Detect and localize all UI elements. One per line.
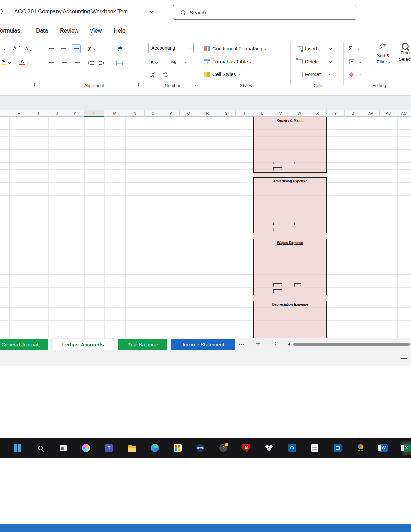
column-header-w[interactable]: W [290, 110, 309, 117]
format-dropdown-chevron[interactable] [329, 73, 332, 75]
align-right-button[interactable] [73, 58, 82, 67]
delete-cells-button[interactable]: Delete [297, 57, 319, 67]
increase-font-size-button[interactable]: A [13, 44, 20, 54]
column-header-l[interactable]: L [84, 110, 104, 117]
column-header-n[interactable]: N [125, 110, 145, 117]
cell-styles-button[interactable]: Cell Styles [204, 69, 240, 79]
m365-copilot-icon[interactable]: M365 [356, 441, 365, 455]
orientation-button[interactable]: ab [87, 44, 95, 54]
column-header-z[interactable]: Z [345, 110, 362, 117]
sheet-tab-trial-balance[interactable]: Trial Balance [118, 339, 167, 350]
column-header-ab[interactable]: AB [380, 110, 397, 117]
menu-help[interactable]: Help [114, 27, 125, 34]
file-explorer-icon[interactable] [127, 441, 137, 455]
more-sheets-button[interactable]: ••• [239, 342, 245, 347]
t-account-depreciation-expense[interactable]: Depreciation Expense$ -$ -$ - [253, 301, 327, 338]
highlight-color-button[interactable]: ✎ [1, 57, 10, 67]
horizontal-scrollbar[interactable] [292, 343, 411, 346]
insert-cells-button[interactable]: Insert [297, 44, 317, 54]
column-header-k[interactable]: K [66, 110, 84, 117]
fill-button[interactable] [349, 57, 361, 67]
column-header-t[interactable]: T [236, 110, 253, 117]
percent-style-button[interactable]: % [171, 57, 176, 67]
font-dialog-launcher[interactable] [34, 83, 38, 86]
column-header-x[interactable]: X [309, 110, 327, 117]
column-header-y[interactable]: Y [327, 110, 345, 117]
font-size-dropdown[interactable] [0, 44, 8, 54]
middle-align-button[interactable] [59, 44, 68, 53]
new-sheet-button[interactable]: + [256, 339, 260, 348]
outlook-icon[interactable]: O [287, 441, 297, 455]
t-account-repairs-maint[interactable]: Repairs & Maint.$ -$ -$ - [253, 117, 327, 173]
delete-dropdown-chevron[interactable] [329, 60, 332, 63]
column-header-aa[interactable]: AA [362, 110, 380, 117]
font-color-button[interactable]: A [19, 57, 29, 67]
menu-view[interactable]: View [90, 27, 102, 34]
excel-icon[interactable]: X [402, 441, 411, 455]
scrollbar-thumb[interactable] [293, 343, 410, 346]
number-format-dropdown[interactable]: Accounting [148, 43, 194, 53]
start-icon[interactable] [13, 441, 22, 455]
task-view-icon[interactable] [59, 441, 68, 455]
get-help-icon[interactable]: ? [219, 441, 228, 455]
find-select-button[interactable]: Find Select [395, 43, 411, 62]
sheet-grid[interactable]: Repairs & Maint.$ -$ -$ -Advertising Exp… [0, 117, 411, 338]
autosum-button[interactable]: Σ [349, 44, 359, 54]
insert-dropdown-chevron[interactable] [329, 47, 332, 50]
merge-center-button[interactable] [116, 58, 126, 68]
column-header-m[interactable]: M [104, 110, 125, 117]
increase-decimal-button[interactable]: ←.0.00 [149, 69, 155, 79]
column-header-u[interactable]: U [253, 110, 271, 117]
sheet-tab-income-statement[interactable]: Income Statement [171, 339, 235, 350]
menu-data[interactable]: Data [36, 27, 48, 34]
comma-style-button[interactable]: , [185, 56, 187, 66]
decrease-indent-button[interactable] [86, 58, 94, 68]
decrease-font-size-button[interactable]: A [25, 44, 32, 54]
increase-indent-button[interactable] [99, 58, 106, 68]
teams-icon[interactable]: T [104, 441, 114, 455]
sheet-tab-ledger-accounts[interactable]: Ledger Accounts [53, 339, 113, 350]
format-as-table-button[interactable]: Format as Table [204, 57, 252, 67]
blue-app-icon[interactable] [333, 441, 342, 455]
myhp-icon[interactable]: myhp [196, 441, 205, 455]
search-box[interactable]: Search [173, 5, 356, 20]
align-center-button[interactable] [60, 58, 69, 67]
edge-icon[interactable] [150, 441, 160, 455]
notepad-icon[interactable] [310, 441, 320, 455]
sort-filter-button[interactable]: AZ Sort & Filter [373, 43, 393, 65]
column-header-r[interactable]: R [198, 110, 217, 117]
menu-review[interactable]: Review [60, 27, 78, 34]
clear-button[interactable] [350, 69, 361, 79]
workbook-title[interactable]: ACC 201 Company Accounting Workbook Tem.… [14, 9, 132, 15]
scroll-left-arrow[interactable] [286, 343, 290, 346]
column-header-s[interactable]: S [217, 110, 236, 117]
chevron-down-icon[interactable] [27, 61, 29, 63]
column-header-q[interactable]: Q [180, 110, 198, 117]
word-icon[interactable]: W [379, 441, 388, 455]
conditional-formatting-button[interactable]: Conditional Formatting [204, 44, 266, 54]
copilot-icon[interactable] [81, 441, 91, 455]
dropbox-icon[interactable] [264, 441, 274, 455]
wrap-text-button[interactable]: ab [118, 44, 122, 54]
column-header-h[interactable]: H [9, 110, 29, 117]
title-chevron-down-icon[interactable] [150, 10, 153, 13]
column-header-j[interactable]: J [48, 110, 66, 117]
mcafee-icon[interactable]: M [241, 441, 251, 455]
accounting-number-format-button[interactable]: $ [151, 57, 157, 67]
column-header-i[interactable]: I [29, 110, 48, 117]
format-cells-button[interactable]: Format [297, 69, 321, 79]
t-account-wages-expense[interactable]: Wages Expense$ -$ -$ - [253, 239, 327, 295]
tab-options-icon[interactable]: ⋮ [273, 341, 278, 347]
column-header-o[interactable]: O [145, 110, 162, 117]
t-account-advertising-expense[interactable]: Advertising Expense$ -$ -$ - [253, 177, 327, 233]
normal-view-icon[interactable] [401, 356, 407, 361]
decrease-decimal-button[interactable]: .00→.0 [162, 69, 168, 79]
column-header-v[interactable]: V [271, 110, 290, 117]
sheet-tab-general-journal[interactable]: General Journal [0, 339, 48, 350]
search-icon[interactable] [36, 441, 45, 455]
top-align-button[interactable] [47, 44, 55, 53]
chevron-down-icon[interactable] [8, 61, 11, 63]
microsoft-store-icon[interactable] [173, 441, 183, 455]
align-left-button[interactable] [47, 58, 56, 67]
bottom-align-button[interactable] [72, 44, 81, 53]
